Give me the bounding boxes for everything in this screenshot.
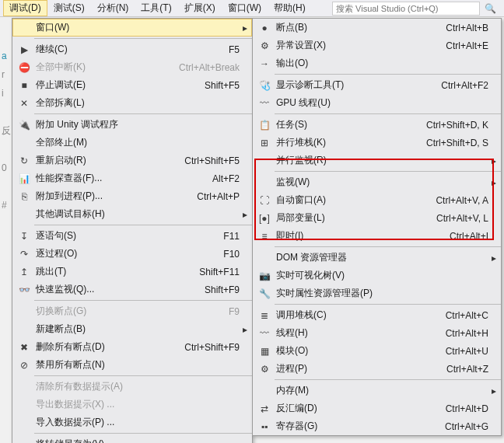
menu-label: 停止调试(E) — [33, 78, 205, 92]
menu-item[interactable]: 并行监视(R)▸ — [253, 152, 501, 169]
menu-icon: ⇄ — [256, 403, 273, 414]
menu-item[interactable]: →输出(O) — [253, 54, 501, 72]
menu-item[interactable]: ▪▪寄存器(G)Ctrl+Alt+G — [253, 417, 501, 435]
menu-label: 继续(C) — [33, 43, 229, 56]
menu-item[interactable]: ■停止调试(E)Shift+F5 — [12, 76, 252, 94]
menu-item[interactable]: ⇄反汇编(D)Ctrl+Alt+D — [253, 399, 501, 417]
menu-help[interactable]: 帮助(H) — [268, 0, 312, 16]
menu-shortcut: Ctrl+Shift+F5 — [184, 155, 241, 166]
menu-item[interactable]: ≡即时(I)Ctrl+Alt+I — [253, 227, 501, 245]
menu-item[interactable]: ▶继续(C)F5 — [12, 40, 252, 58]
menu-item[interactable]: ⚙进程(P)Ctrl+Alt+Z — [253, 360, 501, 378]
menu-icon: ⚙ — [256, 40, 273, 51]
menu-item[interactable]: ✖删除所有断点(D)Ctrl+Shift+F9 — [12, 338, 252, 356]
search-icon[interactable]: 🔍 — [480, 3, 501, 14]
menu-label: 并行堆栈(K) — [273, 136, 426, 149]
menu-label: 导入数据提示(P) ... — [33, 416, 240, 429]
menu-icon: ⛔ — [16, 62, 33, 73]
menu-shortcut: Ctrl+Shift+F9 — [184, 342, 241, 353]
menu-shortcut: Ctrl+Shift+D, S — [426, 138, 490, 148]
menu-item[interactable]: 全部终止(M) — [12, 134, 252, 152]
menu-label: 导出数据提示(X) ... — [33, 398, 240, 411]
menu-label: 逐过程(O) — [33, 247, 223, 260]
menu-shortcut: Ctrl+Alt+U — [446, 346, 490, 357]
menu-icon: ⛶ — [256, 195, 273, 206]
menu-label: 重新启动(R) — [33, 154, 184, 167]
menu-item[interactable]: [●]局部变量(L)Ctrl+Alt+V, L — [253, 209, 501, 227]
menu-shortcut: Ctrl+Alt+V, L — [436, 213, 490, 224]
menu-icon: ✕ — [16, 98, 33, 109]
menu-item[interactable]: 🔌附加 Unity 调试程序 — [12, 116, 252, 134]
menu-item[interactable]: 📊性能探查器(F)...Alt+F2 — [12, 169, 252, 187]
menu-shortcut: Ctrl+Shift+D, K — [426, 120, 490, 131]
menu-item[interactable]: 〰线程(H)Ctrl+Alt+H — [253, 324, 501, 342]
menu-item[interactable]: ↻重新启动(R)Ctrl+Shift+F5 — [12, 152, 252, 169]
menu-label: DOM 资源管理器 — [273, 251, 488, 264]
menu-icon: 🔌 — [16, 120, 33, 131]
search-box[interactable] — [332, 2, 480, 16]
menu-label: 窗口(W) — [33, 21, 240, 34]
menu-item[interactable]: 🩺显示诊断工具(T)Ctrl+Alt+F2 — [253, 76, 501, 94]
menu-label: 模块(O) — [273, 344, 446, 358]
menu-item[interactable]: DOM 资源管理器▸ — [253, 249, 501, 267]
menu-shortcut: Alt+F2 — [212, 173, 241, 184]
menu-tools[interactable]: 工具(T) — [135, 0, 177, 16]
menu-icon: ↻ — [16, 155, 33, 166]
menu-item[interactable]: ⎘附加到进程(P)...Ctrl+Alt+P — [12, 187, 252, 205]
menu-analyze[interactable]: 分析(N) — [91, 0, 135, 16]
menu-item[interactable]: 🔧实时属性资源管理器(P) — [253, 284, 501, 302]
menu-label: 反汇编(D) — [273, 402, 446, 415]
menu-shortcut: Ctrl+Alt+I — [450, 231, 490, 242]
menu-item[interactable]: 👓快速监视(Q)...Shift+F9 — [12, 281, 252, 298]
menu-label: 实时属性资源管理器(P) — [273, 287, 488, 300]
menu-label: 全部终止(M) — [33, 136, 240, 149]
menu-extensions[interactable]: 扩展(X) — [178, 0, 222, 16]
menu-label: 删除所有断点(D) — [33, 340, 184, 354]
menu-test[interactable]: 测试(S) — [47, 0, 91, 16]
menu-shortcut: Ctrl+Alt+Break — [179, 62, 241, 73]
menu-label: 附加到进程(P)... — [33, 190, 197, 203]
menu-item[interactable]: ▦模块(O)Ctrl+Alt+U — [253, 342, 501, 360]
menu-label: 进程(P) — [273, 362, 446, 375]
menu-item[interactable]: 〰GPU 线程(U) — [253, 94, 501, 112]
menu-item[interactable]: 其他调试目标(H)▸ — [12, 205, 252, 223]
menu-item[interactable]: ↷逐过程(O)F10 — [12, 245, 252, 263]
menu-label: 异常设置(X) — [273, 39, 446, 52]
menu-item[interactable]: 将转储另存为(V)... — [12, 435, 252, 443]
menu-item[interactable]: ↧逐语句(S)F11 — [12, 227, 252, 245]
menu-label: 即时(I) — [273, 229, 450, 242]
menu-label: 新建断点(B) — [33, 323, 240, 336]
menu-item[interactable]: ✕全部拆离(L) — [12, 94, 252, 112]
menu-item[interactable]: 内存(M)▸ — [253, 382, 501, 399]
menu-item[interactable]: ⊞并行堆栈(K)Ctrl+Shift+D, S — [253, 134, 501, 152]
menu-label: 性能探查器(F)... — [33, 172, 212, 185]
menu-item[interactable]: ≣调用堆栈(C)Ctrl+Alt+C — [253, 306, 501, 324]
menu-item[interactable]: ●断点(B)Ctrl+Alt+B — [253, 19, 501, 37]
menu-item[interactable]: 导入数据提示(P) ... — [12, 413, 252, 431]
menu-icon: ■ — [16, 80, 33, 91]
menu-icon: ▦ — [256, 346, 273, 357]
menu-shortcut: Ctrl+Alt+Z — [446, 364, 490, 375]
menu-item[interactable]: 窗口(W)▸ — [12, 19, 252, 37]
menu-icon: ⎘ — [16, 191, 33, 202]
menu-item[interactable]: ↥跳出(T)Shift+F11 — [12, 263, 252, 281]
menu-icon: ▶ — [16, 44, 33, 55]
menu-label: 逐语句(S) — [33, 229, 223, 242]
menu-item[interactable]: 新建断点(B)▸ — [12, 320, 252, 338]
menu-shortcut: Ctrl+Alt+F2 — [441, 80, 490, 91]
menu-window[interactable]: 窗口(W) — [222, 0, 268, 16]
menu-shortcut: Ctrl+Alt+H — [446, 328, 490, 339]
menu-item[interactable]: 📋任务(S)Ctrl+Shift+D, K — [253, 116, 501, 134]
menu-item[interactable]: ⊘禁用所有断点(N) — [12, 356, 252, 374]
menu-icon: 📊 — [16, 173, 33, 184]
menu-label: 线程(H) — [273, 326, 446, 340]
menu-shortcut: Ctrl+Alt+C — [446, 310, 490, 321]
menu-item[interactable]: ⛶自动窗口(A)Ctrl+Alt+V, A — [253, 191, 501, 209]
window-submenu: ●断点(B)Ctrl+Alt+B⚙异常设置(X)Ctrl+Alt+E→输出(O)… — [252, 18, 502, 436]
search-input[interactable] — [333, 4, 479, 13]
menu-item[interactable]: 📷实时可视化树(V) — [253, 267, 501, 284]
menu-item[interactable]: 监视(W)▸ — [253, 173, 501, 191]
submenu-arrow-icon: ▸ — [490, 253, 496, 263]
menu-debug[interactable]: 调试(D) — [3, 0, 47, 16]
menu-item[interactable]: ⚙异常设置(X)Ctrl+Alt+E — [253, 37, 501, 54]
